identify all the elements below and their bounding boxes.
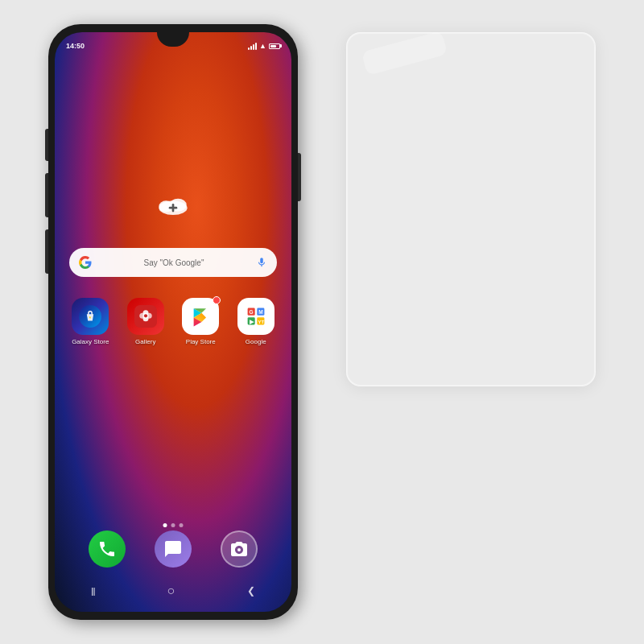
app-item-gallery[interactable]: Gallery — [123, 298, 168, 346]
svg-text:G: G — [249, 309, 253, 315]
play-store-label: Play Store — [186, 338, 216, 346]
galaxy-store-label: Galaxy Store — [72, 338, 109, 346]
dock-phone[interactable] — [89, 530, 126, 568]
battery-icon — [269, 43, 280, 49]
screen-protector — [346, 32, 596, 386]
phone: 14:50 ▲ — [48, 24, 298, 620]
page-dot-2 — [171, 523, 175, 527]
page-dots — [163, 523, 184, 527]
google-g-icon — [79, 256, 92, 269]
status-time: 14:50 — [66, 42, 85, 50]
dock — [55, 530, 291, 568]
search-placeholder: Say "Ok Google" — [98, 258, 250, 267]
mic-icon[interactable] — [256, 257, 267, 268]
google-search-bar[interactable]: Say "Ok Google" — [69, 248, 277, 277]
nav-recent[interactable]: ||| — [91, 587, 95, 596]
page-dot-3 — [180, 523, 184, 527]
google-label: Google — [246, 338, 266, 346]
app-item-google[interactable]: G M ▶ YT Google — [233, 298, 279, 346]
power-button — [298, 153, 301, 201]
phone-screen: 14:50 ▲ — [55, 32, 291, 612]
scene: 14:50 ▲ — [0, 0, 644, 644]
gallery-label: Gallery — [135, 338, 155, 346]
google-icon: G M ▶ YT — [237, 298, 275, 335]
nav-home[interactable]: ○ — [167, 584, 175, 598]
svg-text:M: M — [258, 309, 262, 315]
svg-point-13 — [144, 314, 147, 317]
galaxy-store-icon — [72, 298, 109, 335]
play-store-icon — [182, 298, 219, 335]
status-icons: ▲ — [248, 42, 280, 50]
dock-camera[interactable] — [221, 530, 258, 568]
signal-icon — [248, 43, 257, 50]
play-store-notif-dot — [213, 296, 221, 304]
svg-text:YT: YT — [258, 320, 264, 324]
volume-up-button — [45, 129, 48, 161]
wifi-icon: ▲ — [259, 42, 266, 50]
svg-point-26 — [237, 548, 241, 551]
volume-down-button — [45, 173, 48, 217]
page-dot-1 — [163, 523, 167, 527]
svg-rect-4 — [169, 207, 178, 209]
samsung-cloud-icon — [155, 189, 191, 217]
app-row-1: Galaxy Store — [55, 298, 291, 346]
nav-back[interactable]: ❮ — [247, 585, 255, 597]
battery-fill — [270, 45, 276, 47]
dock-messages[interactable] — [155, 530, 192, 568]
nav-bar: ||| ○ ❮ — [55, 576, 291, 605]
bixby-button — [45, 229, 48, 274]
gallery-icon — [127, 298, 164, 335]
app-item-play-store[interactable]: Play Store — [178, 298, 223, 346]
app-item-galaxy-store[interactable]: Galaxy Store — [68, 298, 113, 346]
